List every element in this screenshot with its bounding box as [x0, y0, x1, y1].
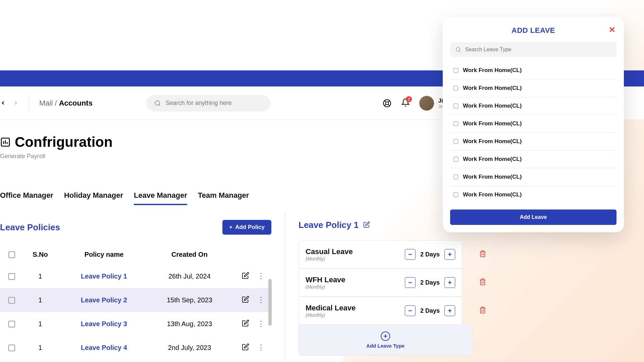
right-panel-title: Leave Policy 1: [299, 220, 370, 230]
page-subtitle: Generate Payroll: [0, 153, 113, 160]
more-icon[interactable]: ⋮: [257, 272, 265, 281]
tab-team-manager[interactable]: Team Manager: [198, 191, 249, 205]
svg-point-18: [456, 48, 460, 51]
leave-type-option[interactable]: Work From Home(CL): [450, 79, 616, 97]
edit-policy-icon[interactable]: [363, 220, 370, 230]
row-sno: 1: [23, 344, 57, 352]
option-label: Work From Home(CL): [463, 138, 522, 145]
row-date: 26th Jul, 2024: [151, 273, 228, 280]
increase-button[interactable]: +: [444, 277, 455, 288]
breadcrumb-parent[interactable]: Mail: [39, 99, 53, 107]
header-name: Policy name: [57, 251, 151, 258]
edit-icon[interactable]: [242, 319, 249, 328]
table-row[interactable]: 1 Leave Policy 2 15th Sep, 2023 ⋮: [0, 288, 271, 312]
option-checkbox[interactable]: [453, 192, 458, 197]
modal-search-input[interactable]: [465, 47, 611, 53]
row-date: 13th Aug, 2023: [151, 320, 228, 328]
leave-type-option[interactable]: Work From Home(CL): [450, 97, 616, 115]
more-icon[interactable]: ⋮: [257, 319, 265, 328]
row-checkbox[interactable]: [8, 297, 15, 304]
nav-forward-icon[interactable]: [13, 99, 19, 108]
option-checkbox[interactable]: [453, 139, 458, 144]
edit-icon[interactable]: [242, 343, 249, 352]
tab-office-manager[interactable]: Office Manager: [0, 191, 53, 205]
tab-holiday-manager[interactable]: Holiday Manager: [64, 191, 123, 205]
leave-type-option[interactable]: Work From Home(CL): [450, 133, 616, 150]
leave-type-option[interactable]: Work From Home(CL): [450, 62, 616, 79]
delete-icon[interactable]: [479, 250, 486, 259]
add-policy-button[interactable]: + Add Policy: [222, 220, 271, 235]
row-checkbox[interactable]: [8, 345, 15, 351]
nav-back-icon[interactable]: [0, 99, 6, 108]
policy-link[interactable]: Leave Policy 2: [57, 296, 151, 304]
increase-button[interactable]: +: [444, 305, 455, 316]
table-row[interactable]: 1 Leave Policy 3 13th Aug, 2023 ⋮: [0, 312, 271, 336]
leave-row: Medical Leave (Monthly) − 2 Days +: [299, 297, 486, 325]
search-icon: [154, 100, 161, 107]
decrease-button[interactable]: −: [405, 249, 416, 260]
plus-icon: +: [229, 224, 232, 231]
close-icon[interactable]: ✕: [609, 25, 615, 35]
delete-icon[interactable]: [479, 306, 486, 315]
row-checkbox[interactable]: [8, 321, 15, 327]
add-leave-type-button[interactable]: + Add Leave Type: [299, 325, 472, 356]
option-checkbox[interactable]: [453, 86, 458, 90]
nav-arrows: [0, 95, 29, 112]
leave-row: WFH Leave (Monthly) − 2 Days +: [299, 268, 486, 297]
option-checkbox[interactable]: [453, 175, 458, 179]
page-header: Confriguration Generate Payroll: [0, 134, 113, 160]
search-input[interactable]: [166, 100, 262, 107]
leave-type-option[interactable]: Work From Home(CL): [450, 168, 616, 186]
leave-period: (Monthly): [306, 284, 345, 290]
row-sno: 1: [23, 273, 57, 280]
plus-circle-icon: +: [381, 331, 390, 341]
scrollbar-thumb[interactable]: [268, 279, 272, 326]
select-all-checkbox[interactable]: [8, 251, 15, 258]
table-header: S.No Policy name Created On: [0, 245, 271, 264]
policy-link[interactable]: Leave Policy 1: [57, 273, 151, 280]
help-icon[interactable]: [382, 99, 392, 108]
modal-list: Work From Home(CL) Work From Home(CL) Wo…: [450, 62, 616, 203]
header-date: Created On: [151, 251, 228, 258]
leave-period: (Monthly): [306, 312, 356, 318]
option-label: Work From Home(CL): [463, 103, 522, 109]
table-row[interactable]: 1 Leave Policy 4 2nd July, 2023 ⋮: [0, 336, 271, 360]
delete-icon[interactable]: [479, 278, 486, 287]
option-label: Work From Home(CL): [463, 67, 522, 74]
leave-type-option[interactable]: Work From Home(CL): [450, 115, 616, 133]
row-checkbox[interactable]: [8, 273, 15, 280]
days-value: 2 Days: [420, 279, 440, 286]
more-icon[interactable]: ⋮: [257, 296, 265, 305]
policy-link[interactable]: Leave Policy 4: [57, 344, 151, 352]
edit-icon[interactable]: [242, 272, 249, 281]
add-leave-button[interactable]: Add Leave: [450, 209, 616, 225]
leave-type-option[interactable]: Work From Home(CL): [450, 186, 616, 203]
notifications[interactable]: 2: [401, 98, 410, 108]
left-panel: Leave Policies + Add Policy S.No Policy …: [0, 212, 285, 362]
option-checkbox[interactable]: [453, 68, 458, 73]
modal-search[interactable]: [450, 42, 616, 57]
more-icon[interactable]: ⋮: [257, 343, 265, 352]
global-search[interactable]: [146, 95, 270, 112]
leave-type-option[interactable]: Work From Home(CL): [450, 150, 616, 168]
decrease-button[interactable]: −: [405, 277, 416, 288]
svg-line-7: [385, 104, 386, 106]
policy-link[interactable]: Leave Policy 3: [57, 320, 151, 328]
add-leave-type-label: Add Leave Type: [306, 343, 465, 349]
breadcrumb-current[interactable]: Accounts: [59, 99, 93, 107]
svg-line-6: [388, 101, 390, 102]
option-checkbox[interactable]: [453, 104, 458, 108]
option-checkbox[interactable]: [453, 157, 458, 162]
option-checkbox[interactable]: [453, 121, 458, 126]
edit-icon[interactable]: [242, 296, 249, 305]
leave-name: WFH Leave: [306, 276, 345, 284]
avatar: [419, 96, 434, 111]
increase-button[interactable]: +: [444, 249, 455, 260]
table-row[interactable]: 1 Leave Policy 1 26th Jul, 2024 ⋮: [0, 264, 271, 288]
page-title-row: Confriguration: [0, 134, 113, 150]
right-panel: Leave Policy 1 Casual Leave (Monthly) − …: [285, 212, 644, 362]
svg-line-19: [460, 51, 461, 52]
table-body: 1 Leave Policy 1 26th Jul, 2024 ⋮ 1 Leav…: [0, 264, 271, 360]
tab-leave-manager[interactable]: Leave Manager: [134, 191, 187, 205]
decrease-button[interactable]: −: [405, 305, 416, 316]
